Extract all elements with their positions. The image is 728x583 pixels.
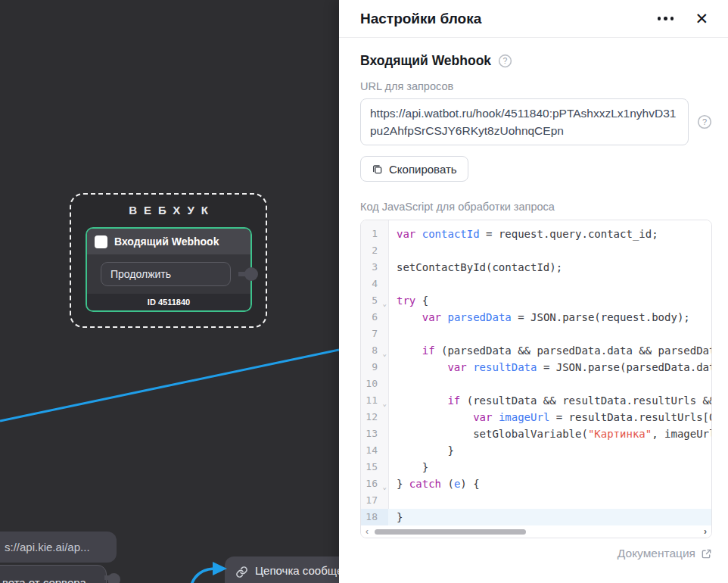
code-line-9[interactable]: 9 var resultData = JSON.parse(parsedData… [361,359,711,376]
code-line-2[interactable]: 2 [361,242,711,259]
code-line-12[interactable]: 12 var imageUrl = resultData.resultUrls[… [361,409,711,426]
panel-title: Настройки блока [360,11,653,27]
webhook-url-input[interactable]: https://api.watbot.ru/hook/4511840:pPTAs… [360,98,689,145]
line-number: 5⌄ [361,292,388,309]
flow-canvas[interactable]: ВЕБХУК Входящий Webhook Продолжить ID 45… [0,0,339,583]
external-link-icon [701,548,712,560]
continue-button[interactable]: Продолжить [101,262,231,286]
help-icon[interactable]: ? [498,54,512,68]
scroll-left-icon[interactable]: ‹ [366,527,369,536]
partial-node-server-response[interactable]: вета от сервера [0,565,107,583]
scroll-right-icon[interactable]: › [704,527,707,536]
line-number: 4 [361,276,388,292]
panel-header: Настройки блока ✕ [339,0,728,38]
code-line-7[interactable]: 7 [361,326,711,342]
line-number: 6 [361,309,388,326]
line-number: 12 [361,409,388,426]
link-icon [235,566,248,578]
line-number: 11⌄ [361,392,388,409]
line-number: 9 [361,359,388,376]
code-line-16[interactable]: 16⌄} catch (e) { [361,475,711,492]
help-icon[interactable]: ? [697,114,712,129]
code-line-3[interactable]: 3setContactById(contactId); [361,259,711,276]
copy-icon [372,164,383,175]
code-line-11[interactable]: 11⌄ if (resultData && resultData.resultU… [361,392,711,409]
code-label: Код JavaScript для обработки запроса [360,201,712,213]
code-line-14[interactable]: 14 } [361,442,711,459]
block-type-title: Входящий Webhook [360,53,491,69]
code-editor-lines[interactable]: 1var contactId = request.query.contact_i… [361,220,711,525]
code-editor[interactable]: 1var contactId = request.query.contact_i… [360,220,712,538]
url-label: URL для запросов [360,80,712,92]
line-number: 18 [361,509,388,525]
line-number: 7 [361,326,388,342]
code-line-13[interactable]: 13 setGlobalVariable("Картинка", imageUr… [361,426,711,442]
code-line-5[interactable]: 5⌄try { [361,292,711,309]
line-number: 16⌄ [361,475,388,492]
edge-arrow-curve [189,569,214,583]
settings-panel: Настройки блока ✕ Входящий Webhook ? URL… [339,0,728,583]
webhook-node-title: Входящий Webhook [114,235,219,248]
code-line-15[interactable]: 15 } [361,459,711,475]
line-number: 10 [361,376,388,392]
documentation-label: Документация [618,547,695,560]
line-number: 8⌄ [361,342,388,359]
copy-button-label: Скопировать [389,163,457,176]
horizontal-scrollbar[interactable]: ‹ › [361,525,711,538]
line-number: 3 [361,259,388,276]
svg-text:?: ? [702,117,707,126]
line-number: 17 [361,492,388,509]
close-icon[interactable]: ✕ [695,11,708,26]
webhook-node[interactable]: Входящий Webhook Продолжить ID 4511840 [86,227,252,312]
scrollbar-thumb[interactable] [375,529,526,535]
svg-text:?: ? [503,57,508,65]
code-line-8[interactable]: 8⌄ if (parsedData && parsedData.data && … [361,342,711,359]
edge-line [0,350,339,421]
code-line-10[interactable]: 10 [361,376,711,392]
line-number: 2 [361,242,388,259]
code-line-18[interactable]: 18} [361,509,711,525]
panel-body: Входящий Webhook ? URL для запросов http… [339,38,728,583]
line-number: 14 [361,442,388,459]
code-line-1[interactable]: 1var contactId = request.query.contact_i… [361,226,711,242]
message-chain-label: Цепочка сообщен [255,564,339,577]
partial-node-api-url[interactable]: s://api.kie.ai/ap... [0,532,117,563]
node-checkbox-icon[interactable] [95,235,107,248]
output-port[interactable] [107,573,120,583]
partial-node-message-chain[interactable]: Цепочка сообщен [225,556,339,583]
node-id-badge: ID 4511840 [87,294,250,310]
webhook-node-header[interactable]: Входящий Webhook [87,229,250,254]
line-number: 1 [361,226,388,242]
code-line-6[interactable]: 6 var parsedData = JSON.parse(request.bo… [361,309,711,326]
output-port[interactable] [244,267,258,281]
docs-row: Документация [360,547,712,560]
group-title: ВЕБХУК [71,204,266,217]
more-options-button[interactable] [653,12,679,25]
code-line-4[interactable]: 4 [361,276,711,292]
copy-button[interactable]: Скопировать [360,156,468,182]
line-number: 13 [361,426,388,442]
code-line-17[interactable]: 17 [361,492,711,509]
line-number: 15 [361,459,388,475]
webhook-node-body: Продолжить [87,254,250,294]
documentation-link[interactable]: Документация [618,547,712,560]
app-window: ВЕБХУК Входящий Webhook Продолжить ID 45… [0,0,728,583]
